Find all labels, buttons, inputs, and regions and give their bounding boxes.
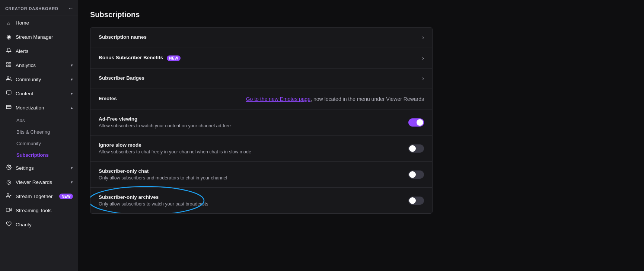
sidebar-item-alerts[interactable]: Alerts [0, 44, 78, 58]
sidebar-item-viewer-rewards[interactable]: ◎ Viewer Rewards ▾ [0, 175, 78, 189]
sidebar-subitem-ads[interactable]: Ads [0, 115, 78, 126]
monetization-icon [5, 104, 12, 111]
subscriber-badges-row: Subscriber Badges › [90, 68, 432, 89]
sidebar-item-label: Viewer Rewards [16, 179, 67, 185]
subscription-names-title: Subscription names [99, 34, 415, 40]
chevron-up-icon: ▴ [71, 105, 73, 110]
emotes-desc: , now located in the menu under Viewer R… [310, 96, 424, 102]
sidebar-item-settings[interactable]: Settings ▾ [0, 161, 78, 175]
ignore-slow-mode-toggle[interactable] [408, 144, 424, 153]
subscriber-only-chat-row: Subscriber-only chat Only allow subscrib… [90, 162, 432, 188]
emotes-link[interactable]: Go to the new Emotes page [246, 96, 311, 102]
sidebar-item-label: Charity [16, 222, 73, 227]
settings-icon [5, 165, 12, 171]
subscription-names-row: Subscription names › [90, 28, 432, 48]
chevron-right-icon: › [422, 75, 424, 82]
sidebar-item-home[interactable]: ⌂ Home [0, 16, 78, 30]
subscriber-only-chat-title: Subscriber-only chat [99, 168, 401, 174]
bonus-subscriber-benefits-row: Bonus Subscriber Benefits NEW › [90, 48, 432, 68]
main-content: Subscriptions Subscription names › Bonus… [78, 0, 644, 271]
sidebar-item-label: Content [16, 91, 67, 96]
svg-rect-2 [9, 65, 10, 67]
sidebar-item-label: Stream Together [16, 194, 55, 199]
streaming-tools-icon [5, 207, 12, 214]
sidebar-item-stream-manager[interactable]: ◉ Stream Manager [0, 30, 78, 44]
sidebar-item-community[interactable]: Community ▾ [0, 72, 78, 86]
sidebar-item-label: Streaming Tools [16, 208, 73, 213]
svg-rect-1 [9, 63, 10, 64]
sidebar-header: CREATOR DASHBOARD ← [0, 0, 78, 16]
chevron-right-icon: › [422, 34, 424, 41]
emotes-title: Emotes [99, 96, 231, 101]
bonus-subscriber-benefits-title: Bonus Subscriber Benefits [99, 55, 163, 60]
ignore-slow-mode-desc: Allow subscribers to chat freely in your… [99, 149, 401, 154]
sidebar-item-label: Analytics [16, 63, 67, 68]
sidebar-item-streaming-tools[interactable]: Streaming Tools [0, 203, 78, 217]
subscriber-only-chat-desc: Only allow subscribers and moderators to… [99, 175, 401, 181]
ad-free-viewing-desc: Allow subscribers to watch your content … [99, 123, 401, 128]
sidebar-item-label: Stream Manager [16, 34, 73, 40]
stream-together-icon [5, 193, 12, 200]
sidebar-item-charity[interactable]: Charity [0, 217, 78, 232]
sidebar-item-label: Home [16, 20, 73, 26]
sidebar-title: CREATOR DASHBOARD [5, 6, 58, 11]
svg-rect-15 [6, 208, 9, 211]
community-icon [5, 76, 12, 83]
sidebar: CREATOR DASHBOARD ← ⌂ Home ◉ Stream Mana… [0, 0, 78, 271]
ignore-slow-mode-title: Ignore slow mode [99, 142, 401, 148]
chevron-right-icon: › [422, 55, 424, 61]
page-title: Subscriptions [90, 10, 632, 19]
alerts-icon [5, 48, 12, 54]
svg-rect-0 [6, 63, 8, 64]
chevron-down-icon: ▾ [71, 77, 73, 82]
settings-card: Subscription names › Bonus Subscriber Be… [90, 27, 433, 214]
sidebar-item-label: Settings [16, 165, 67, 171]
sidebar-subitem-bits-cheering[interactable]: Bits & Cheering [0, 126, 78, 138]
svg-rect-3 [6, 65, 8, 67]
new-badge: NEW [167, 55, 181, 61]
back-icon[interactable]: ← [68, 5, 74, 12]
sidebar-item-monetization[interactable]: Monetization ▴ [0, 101, 78, 115]
subscriber-only-archives-toggle[interactable] [408, 197, 424, 205]
viewer-rewards-icon: ◎ [5, 179, 12, 185]
chevron-down-icon: ▾ [71, 166, 73, 170]
svg-rect-5 [6, 91, 11, 94]
sidebar-item-analytics[interactable]: Analytics ▾ [0, 58, 78, 72]
subscriber-only-archives-desc: Only allow subscribers to watch your pas… [99, 201, 401, 207]
toggle-knob [409, 171, 416, 178]
toggle-knob [409, 145, 416, 152]
content-icon [5, 90, 12, 97]
analytics-icon [5, 62, 12, 68]
ad-free-viewing-toggle[interactable] [408, 118, 424, 127]
svg-point-10 [8, 167, 9, 168]
sidebar-item-stream-together[interactable]: Stream Together NEW [0, 189, 78, 203]
ad-free-viewing-title: Ad-Free viewing [99, 116, 401, 122]
sidebar-item-label: Alerts [16, 48, 73, 54]
subscriber-only-archives-row: Subscriber-only archives Only allow subs… [90, 188, 432, 213]
subscriber-badges-title: Subscriber Badges [99, 75, 415, 81]
toggle-knob [417, 119, 423, 126]
charity-icon [5, 221, 12, 228]
sidebar-subitem-community[interactable]: Community [0, 138, 78, 149]
chevron-down-icon: ▾ [71, 63, 73, 68]
sidebar-item-label: Monetization [16, 105, 67, 111]
sidebar-subitem-subscriptions[interactable]: Subscriptions [0, 149, 78, 161]
chevron-down-icon: ▾ [71, 91, 73, 96]
svg-marker-14 [10, 208, 11, 211]
sidebar-item-content[interactable]: Content ▾ [0, 86, 78, 101]
stream-manager-icon: ◉ [5, 34, 12, 40]
new-badge: NEW [59, 194, 73, 199]
emotes-row: Emotes Go to the new Emotes page , now l… [90, 89, 432, 109]
ignore-slow-mode-row: Ignore slow mode Allow subscribers to ch… [90, 136, 432, 162]
sidebar-item-label: Community [16, 77, 67, 82]
ad-free-viewing-row: Ad-Free viewing Allow subscribers to wat… [90, 109, 432, 136]
chevron-down-icon: ▾ [71, 180, 73, 185]
svg-point-11 [7, 194, 9, 195]
svg-point-4 [7, 77, 9, 79]
svg-rect-8 [6, 105, 11, 109]
toggle-knob [409, 197, 416, 204]
subscriber-only-archives-title: Subscriber-only archives [99, 194, 401, 200]
home-icon: ⌂ [5, 20, 12, 26]
subscriber-only-chat-toggle[interactable] [408, 170, 424, 179]
